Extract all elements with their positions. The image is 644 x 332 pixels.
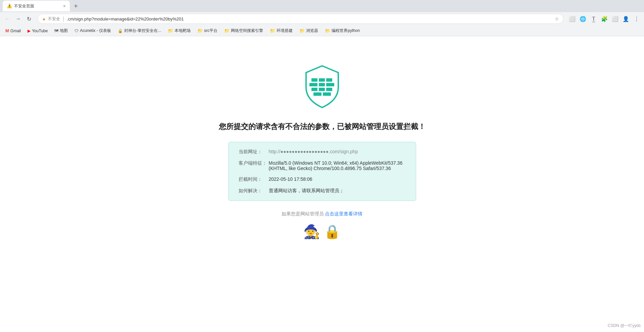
folder-icon: 📁: [325, 28, 330, 33]
bookmark-src[interactable]: 📁 src平台: [195, 27, 220, 35]
bookmark-programming[interactable]: 📁 编程世界python: [322, 27, 362, 35]
back-button[interactable]: ←: [3, 14, 12, 24]
bookmark-label: 网络空间搜索引擎: [231, 28, 263, 34]
security-label: 不安全: [48, 16, 60, 22]
bookmark-acunetix[interactable]: 🛡 Acunetix - 仪表板: [72, 27, 114, 35]
svg-rect-9: [313, 92, 321, 96]
maps-icon: 🗺: [54, 29, 58, 33]
bookmark-label: 地图: [60, 28, 68, 34]
tab-title: 不安全页面: [14, 3, 61, 9]
bookmark-gmail[interactable]: M Gmail: [3, 27, 23, 34]
forward-button[interactable]: →: [13, 14, 23, 24]
bookmark-label: 封神台-掌控安全在...: [124, 28, 161, 34]
bookmark-local[interactable]: 📁 本地靶场: [165, 27, 193, 35]
maximize-button[interactable]: ⬜: [610, 14, 620, 24]
main-message: 您所提交的请求含有不合法的参数，已被网站管理员设置拦截！: [219, 122, 426, 132]
main-content: 您所提交的请求含有不合法的参数，已被网站管理员设置拦截！ 当前网址： http:…: [0, 36, 644, 332]
bookmarks-bar: M Gmail ▶ YouTube 🗺 地图 🛡 Acunetix - 仪表板 …: [0, 26, 644, 36]
svg-rect-2: [326, 78, 332, 82]
admin-text: 如果您是网站管理员: [282, 211, 324, 216]
info-value-time: 2022-05-10 17:58:06: [269, 176, 406, 182]
info-value-url: http://●●●●●●●●●●●●●●●●●.com/sign.php: [269, 149, 406, 154]
bookmark-label: YouTube: [32, 29, 48, 33]
svg-rect-7: [319, 88, 325, 91]
bookmark-star-icon[interactable]: ☆: [555, 16, 559, 22]
youtube-icon: ▶: [28, 29, 31, 33]
admin-link[interactable]: 点击这里查看详情: [325, 211, 362, 216]
info-label-solution: 如何解决：: [239, 188, 269, 194]
bookmark-label: src平台: [204, 28, 217, 34]
tab-favicon: ⚠️: [7, 3, 12, 9]
csdn-watermark: CSDN @一吖yyds: [608, 323, 641, 329]
toolbar-right-icons: ⬜ 🌐 T̲ 🧩 ⬜ 👤 ⋮: [567, 14, 641, 24]
fengshen-icon: 🔒: [118, 29, 123, 33]
admin-section: 如果您是网站管理员 点击这里查看详情: [282, 211, 363, 217]
info-row-url: 当前网址： http://●●●●●●●●●●●●●●●●●.com/sign.…: [239, 149, 406, 155]
info-row-ua: 客户端特征： Mozilla/5.0 (Windows NT 10.0; Win…: [239, 160, 406, 171]
security-warning-icon: ▲: [42, 16, 46, 21]
bookmark-maps[interactable]: 🗺 地图: [52, 27, 70, 35]
tab-close-button[interactable]: ×: [63, 3, 66, 9]
reload-button[interactable]: ↻: [24, 14, 34, 24]
globe-button[interactable]: 🌐: [578, 14, 588, 24]
menu-button[interactable]: ⋮: [632, 14, 641, 24]
bookmark-label: 环境搭建: [277, 28, 293, 34]
bookmark-label: Acunetix - 仪表板: [80, 28, 111, 34]
bookmark-fengshen[interactable]: 🔒 封神台-掌控安全在...: [115, 27, 164, 35]
folder-icon: 📁: [299, 28, 305, 33]
svg-rect-0: [311, 78, 317, 82]
svg-rect-5: [326, 83, 334, 86]
bookmark-label: 浏览器: [306, 28, 318, 34]
mascot: 🧙 🔒: [303, 224, 341, 240]
svg-rect-3: [309, 83, 317, 86]
folder-icon: 📁: [224, 28, 230, 33]
svg-rect-6: [311, 88, 317, 91]
toolbar: ← → ↻ ▲ 不安全 | .cm/sign.php?module=manage…: [0, 12, 644, 26]
new-tab-button[interactable]: +: [71, 1, 81, 11]
info-row-time: 拦截时间： 2022-05-10 17:58:06: [239, 176, 406, 182]
info-row-solution: 如何解决： 普通网站访客，请联系网站管理员；: [239, 188, 406, 194]
bookmark-label: Gmail: [10, 29, 21, 33]
folder-icon: 📁: [197, 28, 203, 33]
gmail-icon: M: [5, 28, 9, 33]
cast-button[interactable]: ⬜: [567, 14, 577, 24]
separator: |: [63, 16, 64, 22]
info-box: 当前网址： http://●●●●●●●●●●●●●●●●●.com/sign.…: [228, 142, 416, 201]
bookmark-env[interactable]: 📁 环境搭建: [267, 27, 295, 35]
svg-rect-8: [326, 88, 332, 91]
url-text: .cm/sign.php?module=manage&id=22%20order…: [67, 16, 552, 22]
bookmark-youtube[interactable]: ▶ YouTube: [25, 28, 50, 34]
profile-button[interactable]: 👤: [621, 14, 631, 24]
info-value-solution: 普通网站访客，请联系网站管理员；: [269, 188, 406, 194]
shield-logo: [302, 63, 342, 112]
bookmark-label: 本地靶场: [175, 28, 191, 34]
address-bar[interactable]: ▲ 不安全 | .cm/sign.php?module=manage&id=22…: [38, 14, 563, 24]
bookmark-browser[interactable]: 📁 浏览器: [297, 27, 321, 35]
svg-rect-10: [323, 92, 331, 96]
acunetix-icon: 🛡: [75, 29, 79, 33]
svg-rect-4: [319, 83, 325, 86]
info-label-time: 拦截时间：: [239, 176, 269, 182]
info-label-url: 当前网址：: [239, 149, 269, 155]
folder-icon: 📁: [270, 28, 275, 33]
info-label-ua: 客户端特征：: [239, 160, 269, 166]
translate-button[interactable]: T̲: [589, 14, 598, 24]
browser-chrome: ⚠️ 不安全页面 × + ← → ↻ ▲ 不安全 | .cm/sign.php?…: [0, 0, 644, 36]
tab-bar: ⚠️ 不安全页面 × +: [0, 0, 644, 12]
mascot-icon: 🧙 🔒: [303, 224, 341, 239]
svg-rect-1: [319, 78, 325, 82]
info-value-ua: Mozilla/5.0 (Windows NT 10.0; Win64; x64…: [269, 160, 406, 171]
active-tab[interactable]: ⚠️ 不安全页面 ×: [3, 1, 70, 11]
extension-puzzle-icon[interactable]: 🧩: [600, 14, 609, 24]
bookmark-label: 编程世界python: [332, 28, 360, 34]
folder-icon: 📁: [168, 28, 173, 33]
bookmark-cyberspace[interactable]: 📁 网络空间搜索引擎: [221, 27, 266, 35]
